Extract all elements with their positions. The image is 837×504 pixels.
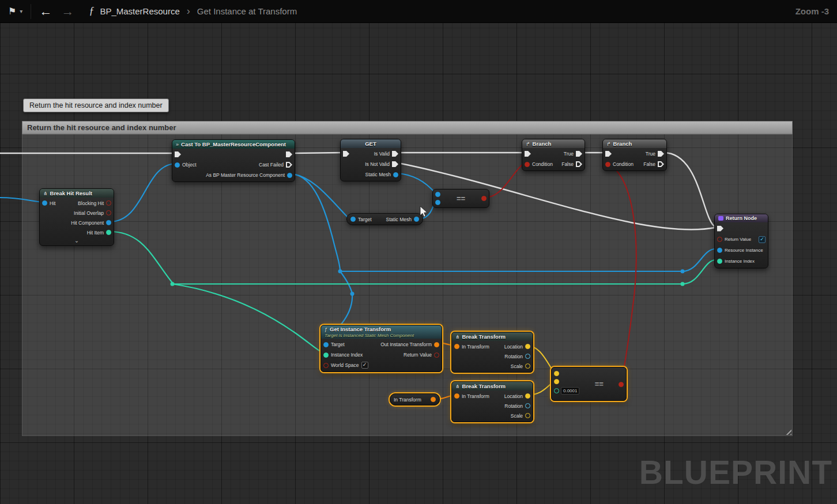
pin-in-transform[interactable] [454,344,459,349]
pin-is-valid[interactable] [392,151,398,157]
node-header[interactable]: ⋔ Break Transform [452,382,533,391]
pin-return-value[interactable] [434,353,439,358]
pin-return-value[interactable] [717,237,722,242]
pin-exec-in[interactable] [525,151,531,157]
pin-false[interactable] [576,161,582,167]
comment-body[interactable] [22,134,793,436]
pin-condition[interactable] [605,162,610,167]
node-break-transform-a[interactable]: ⋔ Break Transform In Transform Location … [451,332,533,373]
pin-in-transform[interactable] [454,393,459,399]
pin-location[interactable] [525,344,530,349]
breadcrumb-current[interactable]: Get Instance at Transform [197,6,297,16]
comment-title: Return the hit resource and index number [27,123,176,132]
pin-scale[interactable] [525,413,530,418]
breadcrumb-root[interactable]: BP_MasterResource [100,6,179,16]
break-struct-icon: ⋔ [455,334,460,340]
node-branch-a[interactable]: ↱ Branch True Condition False [522,139,585,171]
node-header[interactable]: Return Node [715,214,768,222]
bookmark-icon[interactable]: ⚑ [8,7,16,16]
pin-result[interactable] [619,382,624,387]
pin-static-mesh-out[interactable] [414,217,419,222]
node-equals-mesh[interactable]: == [432,189,489,208]
expand-chevron-icon[interactable]: ⌄ [40,237,114,244]
pin-exec-in[interactable] [175,151,181,157]
pin-b[interactable] [435,200,440,205]
pin-as-component[interactable] [287,173,292,178]
pin-scale[interactable] [525,363,530,369]
pin-instance-index[interactable] [717,259,722,264]
pin-label: True [646,151,655,157]
pin-false[interactable] [658,161,664,167]
pin-label: Location [504,393,523,399]
pin-instance-index[interactable] [323,353,329,358]
node-header[interactable]: ƒ Get Instance Transform Target is Insta… [321,325,442,339]
comment-resize-handle[interactable] [784,427,791,435]
node-cast-to-bp-masterresourcecomponent[interactable]: » Cast To BP_MasterResourceComponent Obj… [172,139,295,182]
pin-label: Blocking Hit [78,200,104,206]
node-title: Branch [533,141,552,147]
pin-a[interactable] [554,371,559,376]
pin-target[interactable] [350,217,356,222]
pin-a[interactable] [435,192,440,197]
pin-object[interactable] [175,162,180,168]
pin-hit[interactable] [42,200,47,206]
pin-is-not-valid[interactable] [392,161,398,167]
pin-rotation[interactable] [525,354,530,359]
pin-true[interactable] [576,151,582,157]
pin-location[interactable] [525,393,530,399]
pin-exec-in[interactable] [717,226,723,232]
pin-label: Scale [511,413,523,419]
bookmark-dropdown-icon[interactable]: ▾ [20,8,22,14]
pin-b[interactable] [554,379,559,384]
pin-label: Hit Item [87,230,104,236]
node-branch-b[interactable]: ↱ Branch True Condition False [602,139,667,171]
pin-resource-instance[interactable] [717,248,722,253]
pin-condition[interactable] [525,162,530,167]
pin-initial-overlap[interactable] [106,210,111,215]
world-space-checkbox[interactable]: ✓ [361,362,368,369]
pin-out-instance-transform[interactable] [434,342,439,347]
pin-label: False [561,161,574,167]
pin-true[interactable] [658,151,664,157]
node-header[interactable]: ↱ Branch [522,139,585,148]
pin-target[interactable] [323,342,329,347]
pin-cast-failed[interactable] [286,162,292,168]
forward-button[interactable]: → [61,5,74,18]
zoom-indicator: Zoom -3 [795,6,829,16]
node-get-static-mesh[interactable]: Target Static Mesh [346,213,423,225]
pin-exec-out[interactable] [286,151,292,157]
blueprint-watermark: BLUEPRINT [639,453,832,491]
pin-exec-in[interactable] [343,151,349,157]
node-validated-get[interactable]: GET Is Valid Is Not Valid Static Mesh [340,139,401,181]
pin-blocking-hit[interactable] [106,200,111,206]
node-header[interactable]: ⋔ Break Hit Result [40,189,114,198]
pin-static-mesh[interactable] [393,172,398,177]
blueprint-graph-canvas[interactable]: ⚑ ▾ ← → ƒ BP_MasterResource › Get Instan… [0,0,837,504]
node-header[interactable]: ⋔ Break Transform [452,332,533,341]
node-return[interactable]: Return Node Return Value ✓ Resource Inst… [714,214,768,268]
pin-in-transform-out[interactable] [431,397,436,402]
pin-result[interactable] [481,196,487,201]
pin-world-space[interactable] [323,363,329,368]
pin-hit-item[interactable] [106,230,111,235]
node-title: GET [365,141,376,147]
node-header[interactable]: ↱ Branch [603,139,666,148]
pin-label: Object [182,162,197,168]
pin-rotation[interactable] [525,403,530,408]
pin-error-tolerance[interactable] [554,388,559,393]
node-get-instance-transform[interactable]: ƒ Get Instance Transform Target is Insta… [321,325,442,372]
node-equals-tolerance[interactable]: 0.0001 == [551,367,627,401]
node-header[interactable]: » Cast To BP_MasterResourceComponent [172,140,295,149]
node-in-transform[interactable]: In Transform [390,393,440,406]
node-subtitle: Target is Instanced Static Mesh Componen… [325,333,438,338]
back-button[interactable]: ← [39,5,52,18]
node-break-transform-b[interactable]: ⋔ Break Transform In Transform Location … [451,381,533,422]
error-tolerance-value[interactable]: 0.0001 [561,387,579,395]
node-break-hit-result[interactable]: ⋔ Break Hit Result Hit Blocking Hit Init… [39,188,114,246]
pin-label: Scale [511,363,523,369]
pin-hit-component[interactable] [106,220,111,225]
comment-header[interactable]: Return the hit resource and index number [22,121,793,134]
pin-exec-in[interactable] [605,151,612,157]
node-header[interactable]: GET [341,139,401,148]
return-value-checkbox[interactable]: ✓ [759,236,766,243]
